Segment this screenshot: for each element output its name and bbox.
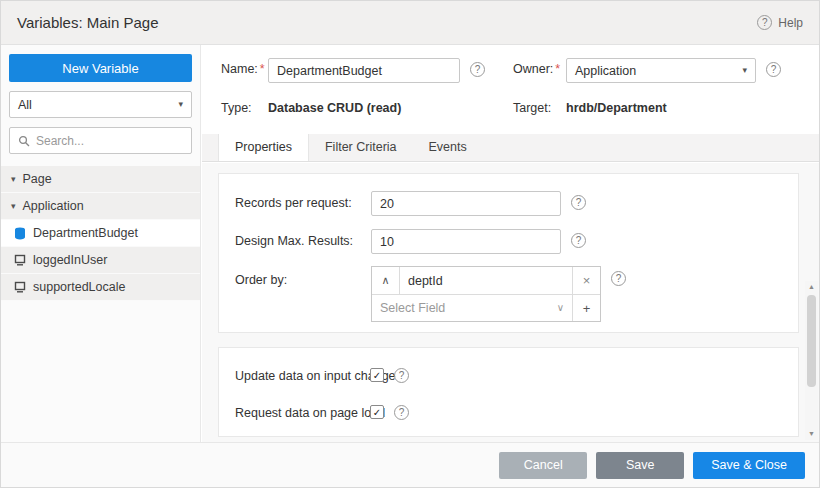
required-mark: * [260,62,265,76]
design-max-results-input[interactable] [371,229,561,254]
design-max-results-label: Design Max. Results: [235,234,353,248]
order-by-group: ∧ × Select Field ∨ + [371,266,601,322]
name-label: Name:* [221,62,265,76]
order-by-field-input[interactable] [400,267,572,294]
save-and-close-button[interactable]: Save & Close [693,452,805,479]
tab-properties[interactable]: Properties [218,134,309,161]
request-help-icon[interactable]: ? [394,405,409,420]
owner-help-icon[interactable]: ? [766,62,781,77]
tree-item-label: loggedInUser [33,253,107,267]
target-value: hrdb/Department [566,101,667,115]
caret-down-icon: ▾ [178,100,183,109]
caret-down-icon: ▾ [11,175,16,184]
tab-filter-criteria[interactable]: Filter Criteria [309,134,413,161]
move-up-button[interactable]: ∧ [372,267,400,294]
vertical-scrollbar[interactable]: ▲ ▼ [805,281,818,440]
records-per-request-label: Records per request: [235,196,352,210]
scroll-down-icon[interactable]: ▼ [805,428,818,440]
variable-filter-value: All [18,98,32,112]
owner-select-value: Application [575,64,636,78]
variables-dialog: Variables: Main Page ? Help New Variable… [0,0,820,488]
name-input[interactable] [268,58,460,83]
sidebar-item-departmentbudget[interactable]: DepartmentBudget [1,220,200,247]
tree-item-label: Application [23,199,84,213]
owner-label: Owner:* [513,62,560,76]
search-icon [17,135,30,147]
sidebar-item-application[interactable]: ▾ Application [1,193,200,220]
type-label: Type: [221,101,252,115]
chevron-down-icon: ∨ [557,303,564,313]
tree-item-label: Page [23,172,52,186]
variables-tree: ▾ Page ▾ Application DepartmentBudget lo… [1,166,200,301]
variable-editor: Name:* ? Owner:* Application ▾ ? Type: D… [202,45,819,442]
search-input[interactable] [36,134,184,148]
help-label: Help [778,16,803,30]
add-field-button[interactable]: + [572,295,600,321]
update-help-icon[interactable]: ? [394,368,409,383]
variable-icon [13,281,26,293]
plus-icon: + [583,301,591,316]
help-link[interactable]: ? Help [757,15,803,30]
update-on-input-change-checkbox[interactable]: ✓ [370,368,384,382]
properties-card: Records per request: ? Design Max. Resul… [218,173,799,333]
check-icon: ✓ [373,370,381,381]
name-help-icon[interactable]: ? [470,62,485,77]
new-variable-button[interactable]: New Variable [9,54,192,82]
properties-tab-content: Records per request: ? Design Max. Resul… [202,163,819,442]
records-help-icon[interactable]: ? [571,195,586,210]
cancel-button[interactable]: Cancel [499,452,587,479]
add-field-row: Select Field ∨ + [372,294,600,321]
type-value: Database CRUD (read) [268,101,401,115]
sidebar-item-supportedlocale[interactable]: supportedLocale [1,274,200,301]
flags-card: Update data on input change ✓ ? Request … [218,347,799,437]
tree-item-label: supportedLocale [33,280,125,294]
caret-down-icon: ▾ [11,202,16,211]
remove-field-button[interactable]: × [572,267,600,294]
design-help-icon[interactable]: ? [571,233,586,248]
scroll-up-icon[interactable]: ▲ [805,281,818,293]
target-label: Target: [513,101,551,115]
editor-tabs: Properties Filter Criteria Events [202,134,819,162]
order-by-label: Order by: [235,273,287,287]
sidebar-item-page[interactable]: ▾ Page [1,166,200,193]
dialog-footer: Cancel Save Save & Close [1,442,819,487]
close-icon: × [583,273,591,288]
variables-sidebar: New Variable All ▾ ▾ Page ▾ Application [1,45,201,442]
owner-select[interactable]: Application ▾ [566,58,756,83]
order-by-help-icon[interactable]: ? [611,271,626,286]
help-question-icon: ? [757,15,772,30]
request-on-page-load-checkbox[interactable]: ✓ [370,405,384,419]
dialog-header: Variables: Main Page ? Help [1,1,819,45]
scrollbar-thumb[interactable] [807,295,816,387]
check-icon: ✓ [373,407,381,418]
sidebar-item-loggedinuser[interactable]: loggedInUser [1,247,200,274]
search-box [9,127,192,154]
select-field-dropdown[interactable]: Select Field ∨ [372,295,572,321]
records-per-request-input[interactable] [371,191,561,216]
order-by-row: ∧ × [372,267,600,294]
page-title: Variables: Main Page [17,14,158,31]
save-button[interactable]: Save [596,452,684,479]
tab-events[interactable]: Events [413,134,483,161]
request-on-page-load-label: Request data on page load [235,406,385,420]
database-variable-icon [13,227,26,240]
tree-item-label: DepartmentBudget [33,226,138,240]
variable-filter-select[interactable]: All ▾ [9,91,192,118]
variable-icon [13,254,26,266]
caret-down-icon: ▾ [742,66,747,75]
select-field-placeholder: Select Field [380,301,445,315]
required-mark: * [555,62,560,76]
chevron-up-icon: ∧ [381,274,389,287]
